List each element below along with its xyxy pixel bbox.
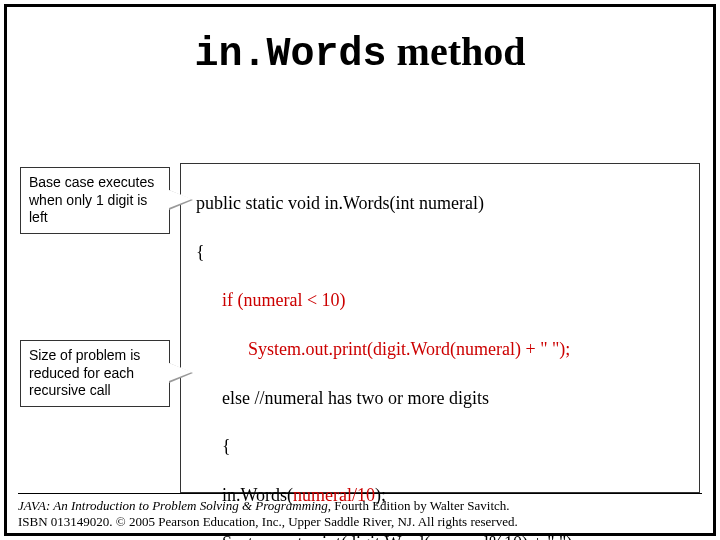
code-seg: ); [375, 485, 386, 505]
content-area: Base case executes when only 1 digit is … [20, 155, 700, 478]
callout-arrow-icon [169, 363, 193, 383]
code-line: if (numeral < 10) [196, 288, 577, 312]
code-seg: numeral/10 [293, 485, 375, 505]
code-seg: in.Words( [222, 485, 293, 505]
code-line: System.out.print(digit.Word(numeral%10) … [196, 531, 577, 540]
code-line: System.out.print(digit.Word(numeral) + "… [196, 337, 577, 361]
callout-text: Base case executes when only 1 digit is … [29, 174, 154, 225]
callout-base-case: Base case executes when only 1 digit is … [20, 167, 170, 234]
code-line: else //numeral has two or more digits [196, 386, 577, 410]
callout-arrow-icon [169, 190, 193, 210]
code-line: public static void in.Words(int numeral) [196, 191, 577, 215]
code-line: { [196, 240, 577, 264]
code-block: public static void in.Words(int numeral)… [196, 167, 577, 540]
code-line: in.Words(numeral/10); [196, 483, 577, 507]
code-line: { [196, 434, 577, 458]
callout-recursive: Size of problem is reduced for each recu… [20, 340, 170, 407]
callout-text: Size of problem is reduced for each recu… [29, 347, 140, 398]
